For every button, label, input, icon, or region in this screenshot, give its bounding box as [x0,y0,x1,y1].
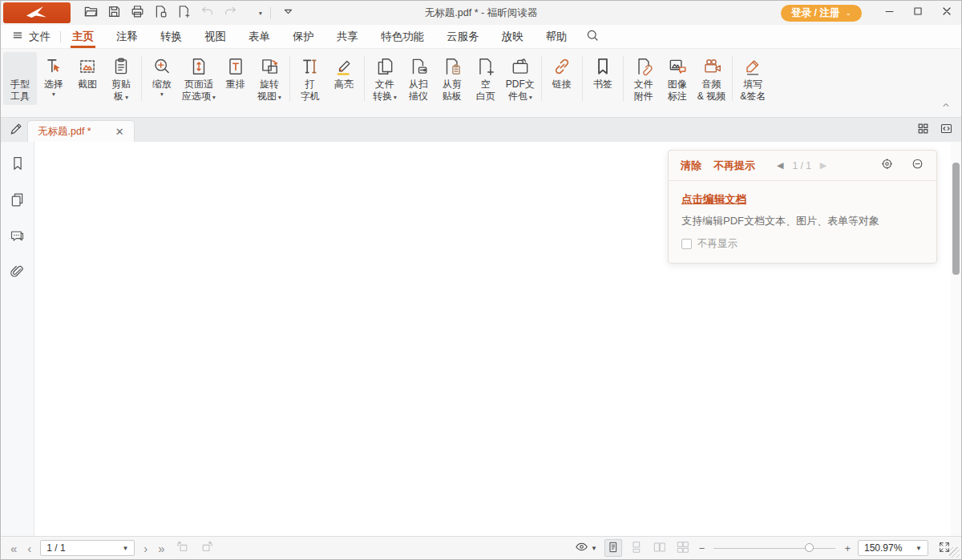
new-document-button[interactable] [173,3,194,22]
hint-panel-body: 点击编辑文档 支持编辑PDF文档文本、图片、表单等对象 不再显示 [669,181,936,263]
tab-close-icon[interactable]: ✕ [115,127,124,137]
ribbon-button-bookmark[interactable]: 书签 [586,52,620,92]
sidebar-comments-button[interactable] [7,227,28,248]
login-button[interactable]: 登录 / 注册 ⌄ [781,5,862,22]
ribbon-button-label: PDF文件包 ▾ [506,79,535,103]
menu-tab-help[interactable]: 帮助 [546,25,568,48]
ribbon-group: 打字机高亮 [292,52,362,105]
ribbon-button-link[interactable]: 链接 [545,52,579,92]
continuous-facing-button[interactable] [674,539,692,557]
rotate-left-button[interactable] [174,539,192,557]
toggle-panel-icon[interactable] [940,122,953,139]
customize-toolbar-button[interactable] [277,3,298,22]
view-mode-button[interactable]: ▼ [575,540,597,556]
hand-tool-button[interactable]: ▾ [243,3,264,22]
menu-tab-features[interactable]: 特色功能 [381,25,424,48]
fitpage-icon [188,54,209,79]
settings-icon[interactable] [880,157,894,174]
menu-tab-comment[interactable]: 注释 [116,25,138,48]
ribbon-button-clipboard[interactable]: 剪贴板 ▾ [104,52,138,105]
ribbon-button-file-convert[interactable]: 文件转换 ▾ [368,52,402,105]
menu-tab-convert[interactable]: 转换 [160,25,182,48]
continuous-page-button[interactable] [628,539,645,557]
maximize-button[interactable] [903,1,932,25]
minimize-button[interactable] [875,1,903,25]
first-page-button[interactable]: « [9,542,18,554]
ribbon-button-zoom[interactable]: 缩放▾ [145,52,179,100]
ribbon-button-snapshot[interactable]: 截图 [71,52,104,92]
resize-grip[interactable] [949,547,960,558]
page-number-combo[interactable]: 1 / 1 ▼ [40,540,135,556]
menu-tab-home[interactable]: 主页 [72,25,94,48]
menu-tab-slideshow[interactable]: 放映 [502,25,523,48]
menu-tab-cloud[interactable]: 云服务 [447,25,479,48]
next-hint-icon[interactable]: ▶ [820,160,827,171]
save-as-button[interactable] [150,3,171,22]
search-button[interactable] [585,25,600,48]
sidebar-pages-button[interactable] [7,191,28,212]
prev-hint-icon[interactable]: ◀ [777,160,783,171]
ribbon-button-from-clipboard[interactable]: 从剪贴板 [435,52,469,105]
foxit-logo-button[interactable] [3,2,71,23]
titlebar: ▾ 无标题.pdf * - 福昕阅读器 登录 / 注册 ⌄ [1,1,961,25]
clear-button[interactable]: 清除 [681,159,701,173]
ribbon-button-page-fit-options[interactable]: 页面适应选项 ▾ [179,52,219,105]
prev-page-button[interactable]: ‹ [26,542,33,554]
ribbon-button-select[interactable]: 选择▾ [37,52,71,100]
edit-document-button[interactable] [5,120,27,141]
menu-tab-view[interactable]: 视图 [204,25,226,48]
zoom-level-combo[interactable]: 150.97% ▼ [858,540,928,556]
redo-button [220,3,240,22]
quick-access-toolbar: ▾ [80,3,298,22]
edit-document-link[interactable]: 点击编辑文档 [681,192,746,207]
dont-remind-button[interactable]: 不再提示 [713,159,755,173]
ribbon-button-rotate-view[interactable]: 旋转视图 ▾ [253,52,286,105]
ribbon-button-blank-page[interactable]: 空白页 [469,52,503,105]
ribbon-button-highlight[interactable]: 高亮 [327,52,361,92]
document-viewer[interactable]: 清除 不再提示 ◀ 1 / 1 ▶ 点击编辑文档 支持编辑PDF文档文本、图片、… [34,142,961,536]
ribbon-button-typewriter[interactable]: 打字机 [293,52,327,105]
menu-tab-protect[interactable]: 保护 [293,25,314,48]
page-layout-buttons [604,539,692,557]
facing-page-button[interactable] [651,539,669,557]
menu-tab-file[interactable]: 文件 [10,25,60,48]
tab-grid-view-icon[interactable] [916,122,930,139]
ribbon-button-fill-sign[interactable]: 填写&签名 [736,52,770,105]
collapse-ribbon-button[interactable] [940,99,952,114]
close-button[interactable] [932,1,961,25]
ribbon-button-file-attachment[interactable]: 文件附件 [627,52,661,105]
menu-tab-form[interactable]: 表单 [249,25,270,48]
ribbon-button-pdf-portfolio[interactable]: PDF文件包 ▾ [503,52,538,105]
edit-hint-panel: 清除 不再提示 ◀ 1 / 1 ▶ 点击编辑文档 支持编辑PDF文档文本、图片、… [668,150,937,264]
rotate-right-button[interactable] [199,539,216,557]
zoom-in-button[interactable]: + [844,542,851,554]
sidebar-attachments-button[interactable] [7,263,28,284]
save-button[interactable] [103,3,124,22]
collapse-panel-icon[interactable] [911,157,924,174]
next-page-button[interactable]: › [142,542,149,554]
open-button[interactable] [80,3,101,22]
ribbon-button-hand-tool[interactable]: 手型工具 [3,52,37,105]
print-button[interactable] [127,3,148,22]
sidebar-bookmarks-button[interactable] [7,155,28,175]
document-tabbar: 无标题.pdf * ✕ [1,118,961,142]
bookmark-panel-icon [9,155,26,175]
dont-show-checkbox[interactable] [681,239,692,249]
scrollbar-thumb[interactable] [952,163,960,275]
zoom-slider[interactable] [713,540,835,556]
close-icon [940,5,953,21]
ribbon-button-audio-video[interactable]: 音频& 视频 [694,52,729,105]
chevron-down-icon: ▼ [591,545,597,552]
zoom-slider-thumb[interactable] [805,543,814,552]
zoom-out-button[interactable]: − [699,542,705,554]
customize-toolbar-icon [282,6,294,21]
ribbon-button-label: 剪贴板 ▾ [111,79,131,103]
ribbon-button-reflow[interactable]: 重排 [219,52,253,92]
vertical-scrollbar[interactable] [951,142,961,536]
single-page-button[interactable] [604,539,622,557]
document-tab[interactable]: 无标题.pdf * ✕ [27,120,135,142]
ribbon-button-image-annotation[interactable]: 图像标注 [661,52,694,105]
ribbon-button-from-scanner[interactable]: 从扫描仪 [402,52,435,105]
last-page-button[interactable]: » [156,542,166,554]
menu-tab-share[interactable]: 共享 [337,25,358,48]
